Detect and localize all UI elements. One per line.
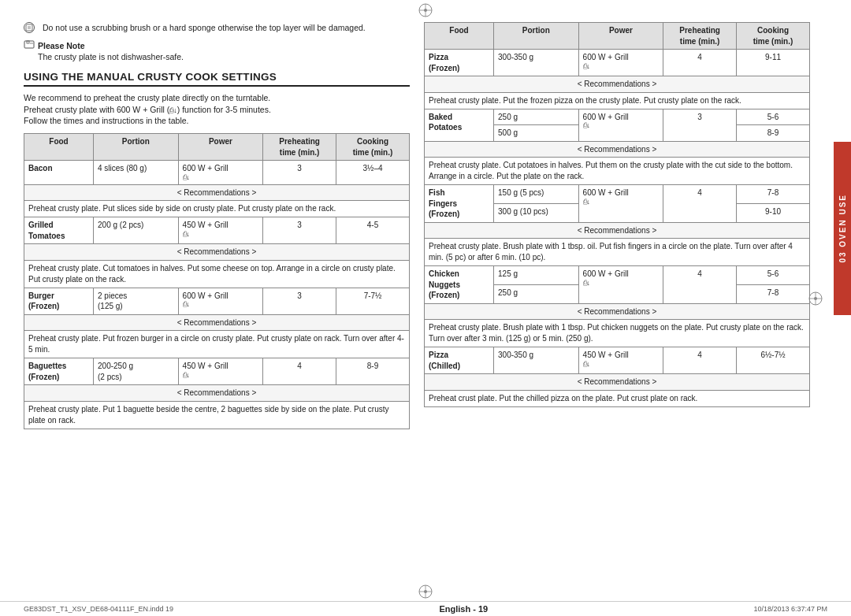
preheat-cell: 4 — [263, 358, 336, 385]
section-intro: We recommend to preheat the crusty plate… — [24, 92, 410, 127]
rec-header: < Recommendations > — [24, 184, 410, 201]
rec-header: < Recommendations > — [425, 222, 810, 239]
col-header-power-r: Power — [578, 23, 663, 50]
power-cell: 450 W + Grill⎙↓ — [178, 217, 263, 244]
cooking-cell: 8-9 — [336, 358, 410, 385]
rec-header: < Recommendations > — [425, 303, 810, 320]
preheat-cell: 3 — [263, 161, 336, 184]
cooking-cell: 3½–4 — [336, 161, 410, 184]
table-row: ChickenNuggets(Frozen) 125 g 600 W + Gri… — [425, 266, 810, 285]
cooking-cell: 7-8 — [737, 185, 810, 204]
table-row-rec: < Recommendations > — [24, 314, 410, 331]
preheat-cell: 3 — [263, 288, 336, 314]
portion-cell: 250 g — [494, 109, 579, 125]
power-cell: 600 W + Grill⎙↓ — [578, 266, 663, 304]
table-row-rec-text: Preheat crusty plate. Cut potatoes in ha… — [425, 158, 810, 185]
table-row: Baguettes(Frozen) 200-250 g(2 pcs) 450 W… — [24, 358, 410, 385]
table-row-rec-text: Preheat crust plate. Put the chilled piz… — [425, 390, 810, 406]
power-cell: 600 W + Grill⎙↓ — [178, 161, 263, 184]
section-heading: USING THE MANUAL CRUSTY COOK SETTINGS — [24, 71, 410, 87]
portion-cell: 2 pieces(125 g) — [94, 288, 179, 314]
portion-cell: 300-350 g — [494, 347, 579, 374]
left-column: Do not use a scrubbing brush or a hard s… — [24, 22, 410, 608]
rec-text: Preheat crusty plate. Put slices side by… — [24, 201, 410, 217]
table-row-rec: < Recommendations > — [24, 244, 410, 261]
portion-cell: 300 g (10 pcs) — [494, 203, 579, 222]
col-header-power: Power — [178, 134, 263, 161]
food-label: GrilledTomatoes — [24, 217, 94, 244]
rec-text: Preheat crusty plate. Cut tomatoes in ha… — [24, 260, 410, 288]
table-row-rec-text: Preheat crusty plate. Put the frozen piz… — [425, 92, 810, 109]
rec-header: < Recommendations > — [425, 76, 810, 93]
col-header-food-r: Food — [425, 23, 494, 50]
power-cell: 600 W + Grill⎙↓ — [178, 288, 263, 314]
food-label: FishFingers(Frozen) — [425, 185, 494, 223]
please-note-text: The crusty plate is not dishwasher-safe. — [24, 51, 410, 63]
portion-cell: 150 g (5 pcs) — [494, 185, 579, 204]
col-header-portion: Portion — [94, 134, 179, 161]
table-row-rec-text: Preheat crusty plate. Brush plate with 1… — [425, 320, 810, 347]
table-row-rec: < Recommendations > — [425, 374, 810, 391]
preheat-cell: 4 — [663, 50, 737, 76]
portion-cell: 200-250 g(2 pcs) — [94, 358, 179, 385]
cooking-cell: 5-6 — [737, 109, 810, 125]
table-row-rec: < Recommendations > — [425, 303, 810, 320]
cooking-cell: 6½-7½ — [737, 347, 810, 374]
rec-header: < Recommendations > — [425, 141, 810, 158]
preheat-cell: 4 — [663, 266, 737, 304]
table-row: Pizza(Chilled) 300-350 g 450 W + Grill⎙↓… — [425, 347, 810, 374]
table-row-rec-text: Preheat crusty plate. Put 1 baguette bes… — [24, 401, 410, 429]
preheat-cell: 3 — [263, 217, 336, 244]
table-row-rec: < Recommendations > — [425, 222, 810, 239]
rec-header: < Recommendations > — [24, 314, 410, 331]
food-label: ChickenNuggets(Frozen) — [425, 266, 494, 304]
bottom-left-text: GE83DST_T1_XSV_DE68-04111F_EN.indd 19 — [24, 605, 173, 613]
table-row-rec-text: Preheat crusty plate. Cut tomatoes in ha… — [24, 260, 410, 288]
rec-text: Preheat crusty plate. Brush plate with 1… — [425, 239, 810, 266]
food-label: Baguettes(Frozen) — [24, 358, 94, 385]
portion-cell: 200 g (2 pcs) — [94, 217, 179, 244]
food-label: BakedPotatoes — [425, 109, 494, 141]
table-row-rec: < Recommendations > — [425, 76, 810, 93]
cooking-cell: 9-10 — [737, 203, 810, 222]
cooking-cell: 9-11 — [737, 50, 810, 76]
rec-header: < Recommendations > — [24, 244, 410, 261]
table-row-rec: < Recommendations > — [425, 141, 810, 158]
food-label: Pizza(Frozen) — [425, 50, 494, 76]
power-cell: 600 W + Grill⎙↓ — [578, 109, 663, 141]
table-row-rec-text: Preheat crusty plate. Brush plate with 1… — [425, 239, 810, 266]
portion-cell: 125 g — [494, 266, 579, 285]
rec-header: < Recommendations > — [425, 374, 810, 391]
rec-text: Preheat crusty plate. Cut potatoes in ha… — [425, 158, 810, 185]
rec-text: Preheat crusty plate. Put frozen burger … — [24, 331, 410, 358]
col-header-preheat-r: Preheatingtime (min.) — [663, 23, 737, 50]
table-row: Pizza(Frozen) 300-350 g 600 W + Grill⎙↓ … — [425, 50, 810, 76]
rec-text: Preheat crusty plate. Brush plate with 1… — [425, 320, 810, 347]
portion-cell: 500 g — [494, 125, 579, 142]
right-table: Food Portion Power Preheatingtime (min.)… — [424, 22, 810, 407]
table-row: Burger(Frozen) 2 pieces(125 g) 600 W + G… — [24, 288, 410, 314]
main-content: Do not use a scrubbing brush or a hard s… — [0, 14, 851, 616]
food-label: Bacon — [24, 161, 94, 184]
rec-header: < Recommendations > — [24, 385, 410, 402]
portion-cell: 4 slices (80 g) — [94, 161, 179, 184]
table-row-rec-text: Preheat crusty plate. Put frozen burger … — [24, 331, 410, 358]
table-row: BakedPotatoes 250 g 600 W + Grill⎙↓ 3 5-… — [425, 109, 810, 125]
page: Do not use a scrubbing brush or a hard s… — [0, 0, 851, 616]
preheat-cell: 4 — [663, 347, 737, 374]
preheat-cell: 3 — [663, 109, 737, 141]
table-row: FishFingers(Frozen) 150 g (5 pcs) 600 W … — [425, 185, 810, 204]
table-row: GrilledTomatoes 200 g (2 pcs) 450 W + Gr… — [24, 217, 410, 244]
power-cell: 600 W + Grill⎙↓ — [578, 50, 663, 76]
notice-icon — [24, 22, 35, 33]
rec-text: Preheat crusty plate. Put 1 baguette bes… — [24, 401, 410, 429]
cooking-cell: 7-8 — [737, 284, 810, 303]
col-header-preheat: Preheatingtime (min.) — [263, 134, 336, 161]
col-header-cooking: Cookingtime (min.) — [336, 134, 410, 161]
preheat-cell: 4 — [663, 185, 737, 223]
left-table: Food Portion Power Preheatingtime (min.)… — [24, 133, 410, 429]
table-row-rec: < Recommendations > — [24, 385, 410, 402]
bottom-bar: GE83DST_T1_XSV_DE68-04111F_EN.indd 19 En… — [0, 601, 851, 616]
food-label: Burger(Frozen) — [24, 288, 94, 314]
bottom-center-text: English - 19 — [173, 604, 753, 614]
